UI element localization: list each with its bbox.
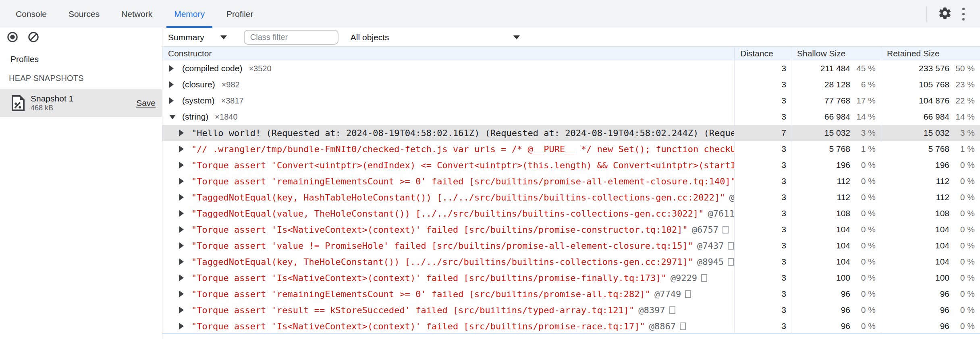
- distance-cell: 3: [734, 109, 791, 125]
- expand-arrow-icon[interactable]: [179, 210, 189, 217]
- table-row[interactable]: "TaggedNotEqual(key, TheHoleConstant()) …: [162, 254, 980, 270]
- shallow-size-value: 15 032: [791, 128, 850, 138]
- table-row[interactable]: "TaggedNotEqual(value, TheHoleConstant()…: [162, 205, 980, 221]
- tab-network[interactable]: Network: [110, 0, 163, 28]
- expand-arrow-icon[interactable]: [179, 323, 189, 329]
- tab-profiler[interactable]: Profiler: [216, 0, 264, 28]
- expand-arrow-icon[interactable]: [179, 291, 189, 297]
- constructor-cell: "Torque assert 'Is<NativeContext>(contex…: [162, 270, 734, 286]
- clear-profiles-button[interactable]: [27, 30, 40, 44]
- object-preview-icon[interactable]: [669, 306, 675, 314]
- expand-arrow-icon[interactable]: [169, 115, 179, 119]
- retained-size-value: 104: [881, 225, 949, 234]
- string-value: "TaggedNotEqual(value, TheHoleConstant()…: [191, 209, 704, 219]
- shallow-size-value: 108: [791, 209, 850, 218]
- retained-size-cell: 196 0 %: [881, 157, 980, 173]
- expand-arrow-icon[interactable]: [169, 81, 179, 88]
- expand-arrow-icon[interactable]: [179, 226, 189, 233]
- expand-arrow-icon[interactable]: [179, 146, 189, 152]
- perspective-select[interactable]: Summary: [168, 33, 227, 42]
- expand-arrow-icon[interactable]: [179, 275, 189, 281]
- string-value: "Torque assert 'Convert<uintptr>(endInde…: [191, 160, 734, 170]
- heap-snapshot-main: Summary All objects Constructor Distance…: [162, 28, 980, 339]
- table-row[interactable]: (string) ×1840 3 66 984 14 % 66 984 14 %: [162, 109, 980, 125]
- object-preview-icon[interactable]: [728, 258, 734, 266]
- table-row[interactable]: "Torque assert 'Is<NativeContext>(contex…: [162, 270, 980, 286]
- sidebar-toolbar: [0, 28, 162, 46]
- distance-cell: 3: [734, 254, 791, 270]
- table-row[interactable]: (system) ×3817 3 77 768 17 % 104 876 22 …: [162, 93, 980, 109]
- snapshot-list-item[interactable]: Snapshot 1 468 kB Save: [0, 89, 162, 117]
- expand-arrow-icon[interactable]: [179, 258, 189, 265]
- table-row[interactable]: "Torque assert 'value != PromiseHole' fa…: [162, 238, 980, 254]
- column-header-distance[interactable]: Distance: [734, 47, 791, 60]
- object-preview-icon[interactable]: [723, 226, 729, 234]
- save-snapshot-link[interactable]: Save: [136, 98, 156, 108]
- expand-arrow-icon[interactable]: [179, 307, 189, 313]
- retained-size-percent: 0 %: [949, 225, 980, 234]
- constructor-cell: "Torque assert 'Is<NativeContext>(contex…: [162, 318, 734, 334]
- object-preview-icon[interactable]: [701, 274, 707, 282]
- tab-sources[interactable]: Sources: [58, 0, 110, 28]
- table-row[interactable]: "Torque assert 'remainingElementsCount >…: [162, 286, 980, 302]
- column-header-shallow-size[interactable]: Shallow Size: [791, 47, 881, 60]
- object-id: @8867: [649, 321, 676, 331]
- object-id: @8397: [638, 305, 665, 315]
- table-row[interactable]: "Torque assert 'Is<NativeContext>(contex…: [162, 221, 980, 238]
- shallow-size-percent: 0 %: [850, 241, 881, 250]
- shallow-size-value: 112: [791, 176, 850, 186]
- distance-cell: 3: [734, 286, 791, 302]
- object-preview-icon[interactable]: [685, 290, 691, 298]
- expand-arrow-icon[interactable]: [179, 130, 189, 136]
- retained-size-cell: 66 984 14 %: [881, 109, 980, 125]
- shallow-size-value: 104: [791, 257, 850, 267]
- distance-cell: 3: [734, 302, 791, 318]
- constructor-cell: "TaggedNotEqual(key, TheHoleConstant()) …: [162, 254, 734, 270]
- retained-size-value: 105 768: [881, 80, 949, 89]
- object-preview-icon[interactable]: [728, 242, 734, 250]
- table-row[interactable]: "TaggedNotEqual(key, HashTableHoleConsta…: [162, 189, 980, 205]
- more-options-button[interactable]: [954, 5, 973, 23]
- table-row[interactable]: "Hello world! (Requested at: 2024-08-19T…: [162, 125, 980, 141]
- distance-cell: 3: [734, 141, 791, 157]
- shallow-size-percent: 45 %: [850, 64, 881, 73]
- table-row[interactable]: "// .wrangler/tmp/bundle-FmNIt0/checked-…: [162, 141, 980, 157]
- retained-size-percent: 14 %: [949, 112, 980, 122]
- record-heap-snapshot-button[interactable]: [6, 30, 19, 44]
- object-id: @8945: [697, 257, 724, 267]
- expand-arrow-icon[interactable]: [179, 242, 189, 249]
- retained-size-value: 96: [881, 289, 949, 299]
- column-header-constructor[interactable]: Constructor: [162, 47, 734, 60]
- expand-arrow-icon[interactable]: [179, 194, 189, 201]
- shallow-size-percent: 0 %: [850, 305, 881, 315]
- retained-size-value: 96: [881, 305, 949, 315]
- retained-size-cell: 104 0 %: [881, 221, 980, 238]
- tab-console[interactable]: Console: [5, 0, 58, 28]
- expand-arrow-icon[interactable]: [169, 65, 179, 72]
- table-row[interactable]: (closure) ×982 3 28 128 6 % 105 768 23 %: [162, 76, 980, 93]
- retained-size-cell: 5 768 1 %: [881, 141, 980, 157]
- retained-size-cell: 15 032 3 %: [881, 125, 980, 141]
- expand-arrow-icon[interactable]: [179, 162, 189, 168]
- expand-arrow-icon[interactable]: [169, 97, 179, 104]
- shallow-size-cell: 28 128 6 %: [791, 76, 881, 93]
- expand-arrow-icon[interactable]: [179, 178, 189, 184]
- table-row[interactable]: (compiled code) ×3520 3 211 484 45 % 233…: [162, 60, 980, 76]
- string-value: "// .wrangler/tmp/bundle-FmNIt0/checked-…: [191, 144, 734, 154]
- settings-gear-button[interactable]: [936, 5, 954, 23]
- shallow-size-cell: 104 0 %: [791, 254, 881, 270]
- table-row[interactable]: "Torque assert 'result == kStoreSucceded…: [162, 302, 980, 318]
- shallow-size-cell: 211 484 45 %: [791, 60, 881, 76]
- table-row[interactable]: "Torque assert 'remainingElementsCount >…: [162, 173, 980, 189]
- shallow-size-cell: 112 0 %: [791, 189, 881, 205]
- retained-size-value: 112: [881, 176, 949, 186]
- column-header-retained-size[interactable]: Retained Size: [881, 47, 980, 60]
- table-row[interactable]: "Torque assert 'Convert<uintptr>(endInde…: [162, 157, 980, 173]
- class-filter-input[interactable]: [244, 30, 338, 45]
- object-preview-icon[interactable]: [680, 322, 686, 330]
- table-row[interactable]: "Torque assert 'Is<NativeContext>(contex…: [162, 318, 980, 334]
- tab-memory[interactable]: Memory: [163, 0, 216, 28]
- objects-scope-select[interactable]: All objects: [351, 33, 520, 42]
- heap-snapshot-file-icon: [11, 95, 25, 112]
- shallow-size-cell: 5 768 1 %: [791, 141, 881, 157]
